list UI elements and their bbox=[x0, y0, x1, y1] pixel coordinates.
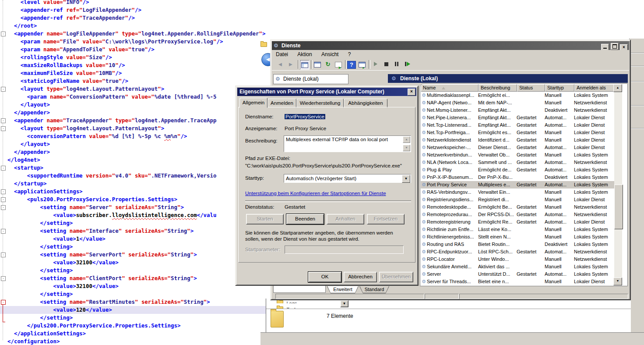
dialog-titlebar[interactable]: Eigenschaften von Port Proxy Service (Lo… bbox=[237, 88, 416, 96]
tab-allgemein[interactable]: Allgemein bbox=[239, 98, 267, 108]
code-line[interactable]: <conversionPattern value="%d [%t] %-5p %… bbox=[0, 132, 272, 140]
code-line[interactable]: <setting name="ClientPort" serializeAs="… bbox=[0, 274, 272, 282]
console-tree-root-dienste-lokal[interactable]: ⚙ Dienste (Lokal) bbox=[273, 74, 348, 84]
column-header-status[interactable]: Status bbox=[517, 84, 545, 92]
code-line[interactable]: <layout type="log4net.Layout.PatternLayo… bbox=[0, 124, 272, 132]
show-console-tree-icon[interactable] bbox=[300, 60, 310, 70]
service-row[interactable]: ⚙NetzwerklistendienstIdentifiziert d...G… bbox=[421, 136, 614, 144]
scrollbar-down-button[interactable]: ▼ bbox=[613, 277, 622, 285]
menu-ansicht[interactable]: Ansicht bbox=[317, 50, 342, 59]
code-line[interactable]: <startup> bbox=[0, 164, 272, 172]
service-row[interactable]: ⚙Net.Tcp-Portfreiga...Ermöglicht es...Ge… bbox=[421, 129, 614, 136]
stop-service-icon[interactable] bbox=[382, 60, 391, 69]
service-row[interactable]: ⚙Port Proxy ServiceMultiplexes e...Gesta… bbox=[421, 181, 614, 189]
code-line[interactable]: </startup> bbox=[0, 180, 272, 188]
code-line[interactable]: <value>subscriber.lloydslistintelligence… bbox=[0, 211, 272, 219]
code-line[interactable]: <applicationSettings> bbox=[0, 188, 272, 196]
code-line[interactable]: </configuration> bbox=[0, 338, 272, 345]
code-fold-toggle-changed[interactable]: - bbox=[1, 300, 6, 305]
services-titlebar[interactable]: ⚙ Dienste × bbox=[272, 41, 629, 50]
column-header-anmelden-als[interactable]: Anmelden als bbox=[574, 84, 614, 92]
code-line[interactable]: <value>1</value> bbox=[0, 235, 272, 243]
code-fold-toggle[interactable]: - bbox=[1, 253, 6, 257]
code-line[interactable]: </root> bbox=[0, 22, 272, 30]
tab-wiederherstellung[interactable]: Wiederherstellung bbox=[296, 99, 344, 108]
service-row[interactable]: ⚙RPC-Endpunktzuor...Löst RPC-Sch...Gesta… bbox=[421, 248, 614, 256]
code-line[interactable]: </appender> bbox=[0, 109, 272, 117]
help-icon[interactable]: ? bbox=[347, 61, 356, 69]
code-line[interactable]: </layout> bbox=[0, 140, 272, 148]
tab-standard[interactable]: Standard bbox=[360, 286, 389, 293]
column-header-beschreibung[interactable]: Beschreibung bbox=[479, 84, 517, 92]
service-row[interactable]: ⚙Registrierungsdiens...Registriert di...… bbox=[421, 196, 614, 203]
code-line[interactable]: <setting name="RestartMinutes" serialize… bbox=[0, 298, 272, 306]
code-line[interactable]: <appender name="LogFileAppender" type="l… bbox=[0, 30, 272, 38]
service-row[interactable]: ⚙PnP-X-IP-Busenum...Der PnP-X-Bu...Deakt… bbox=[421, 174, 614, 181]
code-line[interactable]: <param name="AppendToFile" value="true"/… bbox=[0, 46, 272, 53]
service-row[interactable]: ⚙Richtlinie zum Entfe...Lässt eine Ko...… bbox=[421, 226, 614, 233]
startoptions-help-link[interactable]: Unterstützung beim Konfigurieren der Sta… bbox=[245, 191, 386, 196]
code-line[interactable]: <param name="ConversionPattern" value="%… bbox=[0, 93, 272, 101]
fortsetzen-button[interactable]: Fortsetzen bbox=[367, 214, 405, 224]
beschreibung-field[interactable]: Multiplexes external TCP/IP data on loca… bbox=[284, 135, 411, 152]
starten-button[interactable]: Starten bbox=[246, 214, 284, 224]
code-fold-toggle[interactable]: - bbox=[1, 229, 6, 234]
dropdown-arrow-button[interactable]: ▼ bbox=[340, 300, 348, 307]
service-row[interactable]: ⚙RemoteregistrierungErmöglicht Re...Gest… bbox=[421, 218, 614, 226]
restart-service-icon[interactable] bbox=[403, 60, 412, 69]
scrollbar-thumb[interactable] bbox=[614, 185, 623, 229]
menu-aktion[interactable]: Aktion bbox=[293, 50, 316, 59]
service-row[interactable]: ⚙Richtlinienergebniss...Stellt einen N..… bbox=[421, 233, 614, 241]
code-line[interactable]: <setting name="Server" serializeAs="Stri… bbox=[0, 203, 272, 211]
code-line[interactable]: </puls200.PortProxyService.Properties.Se… bbox=[0, 322, 272, 330]
code-line[interactable]: </setting> bbox=[0, 314, 272, 322]
service-row[interactable]: ⚙Server für Threads...Bietet eine n...Ma… bbox=[421, 278, 614, 285]
code-line[interactable]: </setting> bbox=[0, 267, 272, 274]
code-fold-toggle[interactable]: - bbox=[1, 197, 6, 202]
code-line[interactable]: </applicationSettings> bbox=[0, 330, 272, 338]
service-row[interactable]: ⚙NAP-Agent (Netwo...Mit dem NAP-...Manue… bbox=[421, 99, 614, 107]
abbrechen-button[interactable]: Abbrechen bbox=[344, 272, 377, 282]
code-line[interactable]: </layout> bbox=[0, 101, 272, 109]
code-line[interactable]: <rollingStyle value="Size"/> bbox=[0, 53, 272, 61]
properties-icon[interactable] bbox=[313, 60, 322, 69]
code-fold-toggle[interactable]: - bbox=[1, 166, 6, 171]
service-row[interactable]: ⚙Routing und RASBietet Routin...Deaktivi… bbox=[421, 241, 614, 248]
ok-button[interactable]: OK bbox=[308, 272, 341, 282]
scroll-down-icon[interactable]: ▼ bbox=[403, 145, 410, 151]
service-row[interactable]: ⚙Sekundäre Anmeld...Aktiviert das ...Man… bbox=[421, 263, 614, 270]
code-line[interactable]: <value>120</value> bbox=[0, 306, 272, 314]
scrollbar-up-button[interactable]: ▲ bbox=[613, 84, 622, 92]
code-line[interactable]: <puls200.PortProxyService.Properties.Set… bbox=[0, 196, 272, 203]
menu-datei[interactable]: Datei bbox=[272, 50, 292, 59]
code-line[interactable]: </setting> bbox=[0, 243, 272, 251]
service-row[interactable]: ⚙Net.Tcp-Listenerad...Empfängt Akt...Ges… bbox=[421, 121, 614, 129]
code-line[interactable]: </log4net> bbox=[0, 156, 272, 164]
tree-item-logs[interactable]: Logs bbox=[286, 301, 297, 303]
service-row[interactable]: ⚙RPC-LocatorUnter Windo...ManuellNetzwer… bbox=[421, 256, 614, 263]
scrollbar-track[interactable] bbox=[614, 92, 622, 285]
export-list-icon[interactable]: ► bbox=[334, 60, 343, 69]
tree-pane-footer-box[interactable] bbox=[273, 285, 326, 293]
anhalten-button[interactable]: Anhalten bbox=[327, 214, 364, 224]
code-fold-toggle[interactable]: - bbox=[1, 118, 6, 123]
code-area[interactable]: <level value="INFO"/> <appender-ref ref=… bbox=[0, 0, 272, 345]
beenden-button[interactable]: Beenden bbox=[286, 214, 324, 224]
service-row[interactable]: ⚙Multimediaklassenpl...Ermöglicht ei...M… bbox=[421, 92, 614, 99]
service-row[interactable]: ⚙Netzwerkverbindun...Verwaltet Ob...Gest… bbox=[421, 151, 614, 159]
service-row[interactable]: ⚙Net.Msmq-Listener...Empfängt Akt...Deak… bbox=[421, 107, 614, 114]
code-line[interactable]: <staticLogFileName value="true"/> bbox=[0, 77, 272, 85]
code-line[interactable]: <setting name="ServerPort" serializeAs="… bbox=[0, 251, 272, 259]
code-fold-toggle[interactable]: - bbox=[1, 276, 6, 281]
code-line[interactable]: <appender-ref ref="TraceAppender"/> bbox=[0, 14, 272, 22]
code-fold-toggle[interactable]: - bbox=[1, 189, 6, 194]
startparameter-input[interactable] bbox=[285, 245, 404, 254]
pause-service-icon[interactable] bbox=[392, 60, 401, 69]
code-line[interactable]: <maximumFileSize value="10MB"/> bbox=[0, 69, 272, 77]
tab-erweitert[interactable]: Erweitert bbox=[327, 286, 358, 293]
menu-help[interactable]: ? bbox=[344, 50, 355, 59]
xml-config-editor[interactable]: <level value="INFO"/> <appender-ref ref=… bbox=[0, 0, 272, 345]
service-row[interactable]: ⚙NLA (Network Loca...Sammelt und ...Gest… bbox=[421, 159, 614, 166]
service-row[interactable]: ⚙Net.Pipe-Listenera...Empfängt Akt...Ges… bbox=[421, 114, 614, 121]
refresh-icon[interactable]: ↻ bbox=[324, 60, 332, 69]
